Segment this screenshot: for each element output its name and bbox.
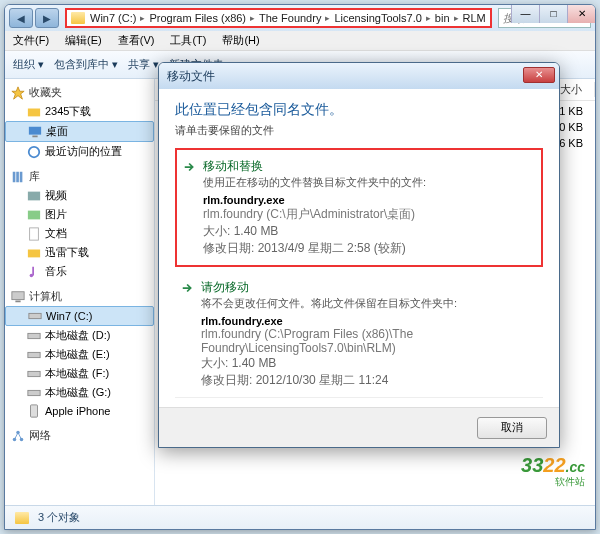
svg-rect-21: [31, 405, 38, 417]
sidebar-item-recent[interactable]: 最近访问的位置: [5, 142, 154, 161]
sidebar-item-video[interactable]: 视频: [5, 186, 154, 205]
dialog-titlebar[interactable]: 移动文件 ✕: [159, 63, 559, 89]
svg-rect-6: [16, 171, 19, 182]
svg-rect-5: [13, 171, 16, 182]
sidebar: 收藏夹 2345下载 桌面 最近访问的位置 库 视频 图片 文档 迅雷下载 音乐: [5, 79, 155, 505]
window-controls: — □ ✕: [511, 5, 595, 23]
svg-rect-13: [32, 266, 34, 275]
menu-edit[interactable]: 编辑(E): [57, 33, 110, 48]
status-text: 3 个对象: [38, 510, 80, 525]
titlebar: ◀ ▶ Win7 (C:)▸ Program Files (x86)▸ The …: [5, 5, 595, 31]
addr-seg-2[interactable]: The Foundry: [259, 12, 321, 24]
drive-icon: [28, 309, 42, 323]
svg-rect-7: [20, 171, 23, 182]
addr-seg-3[interactable]: LicensingTools7.0: [334, 12, 421, 24]
addr-seg-1[interactable]: Program Files (x86): [149, 12, 246, 24]
library-icon: [11, 170, 25, 184]
picture-icon: [27, 208, 41, 222]
option-move-replace[interactable]: 移动和替换 使用正在移动的文件替换目标文件夹中的文件: rlm.foundry.…: [175, 148, 543, 267]
sidebar-computer-head[interactable]: 计算机: [5, 287, 154, 306]
watermark-logo: 3322.cc: [521, 454, 585, 477]
sidebar-libs-label: 库: [29, 169, 40, 184]
drive-icon: [27, 348, 41, 362]
dialog-footer: 取消: [159, 407, 559, 447]
maximize-button[interactable]: □: [539, 5, 567, 23]
folder-icon: [71, 12, 85, 24]
watermark-sub: 软件站: [555, 475, 585, 489]
cancel-button[interactable]: 取消: [477, 417, 547, 439]
sidebar-item-drive-d[interactable]: 本地磁盘 (D:): [5, 326, 154, 345]
address-bar[interactable]: Win7 (C:)▸ Program Files (x86)▸ The Foun…: [65, 8, 492, 28]
sidebar-item-iphone[interactable]: Apple iPhone: [5, 402, 154, 420]
svg-rect-17: [28, 333, 40, 338]
dialog-body: 此位置已经包含同名文件。 请单击要保留的文件 移动和替换 使用正在移动的文件替换…: [159, 89, 559, 407]
svg-rect-19: [28, 371, 40, 376]
svg-rect-11: [28, 249, 40, 257]
menu-view[interactable]: 查看(V): [110, 33, 163, 48]
sidebar-network-head[interactable]: 网络: [5, 426, 154, 445]
video-icon: [27, 189, 41, 203]
tool-include[interactable]: 包含到库中 ▾: [54, 57, 118, 72]
sidebar-item-pictures[interactable]: 图片: [5, 205, 154, 224]
sidebar-computer-label: 计算机: [29, 289, 62, 304]
drive-icon: [27, 386, 41, 400]
folder-icon: [15, 512, 29, 524]
dialog-close-button[interactable]: ✕: [523, 67, 555, 83]
doc-icon: [27, 227, 41, 241]
svg-rect-3: [32, 135, 37, 137]
svg-rect-14: [12, 291, 24, 299]
sidebar-network-label: 网络: [29, 428, 51, 443]
dialog-title-text: 移动文件: [167, 68, 215, 85]
menu-help[interactable]: 帮助(H): [214, 33, 267, 48]
tool-share[interactable]: 共享 ▾: [128, 57, 159, 72]
nav-forward-button[interactable]: ▶: [35, 8, 59, 28]
sidebar-favorites-head[interactable]: 收藏夹: [5, 83, 154, 102]
sidebar-favorites-label: 收藏夹: [29, 85, 62, 100]
svg-rect-16: [29, 313, 41, 318]
sidebar-item-thunder[interactable]: 迅雷下载: [5, 243, 154, 262]
sidebar-libs-head[interactable]: 库: [5, 167, 154, 186]
move-file-dialog: 移动文件 ✕ 此位置已经包含同名文件。 请单击要保留的文件 移动和替换 使用正在…: [158, 62, 560, 448]
addr-seg-4[interactable]: bin: [435, 12, 450, 24]
network-icon: [11, 429, 25, 443]
music-icon: [27, 265, 41, 279]
sidebar-item-music[interactable]: 音乐: [5, 262, 154, 281]
dialog-heading: 此位置已经包含同名文件。: [175, 101, 543, 119]
arrow-icon: [181, 281, 195, 295]
svg-rect-10: [30, 227, 39, 239]
svg-rect-18: [28, 352, 40, 357]
option-dont-move[interactable]: 请勿移动 将不会更改任何文件。将此文件保留在目标文件夹中: rlm.foundr…: [175, 271, 543, 398]
close-button[interactable]: ✕: [567, 5, 595, 23]
drive-icon: [27, 329, 41, 343]
option-keep-both[interactable]: 移动，但保留这两个文件 会将正在移动的文件重命名为 "rlm.foundry (…: [175, 398, 543, 407]
sidebar-item-drive-e[interactable]: 本地磁盘 (E:): [5, 345, 154, 364]
sidebar-item-drive-f[interactable]: 本地磁盘 (F:): [5, 364, 154, 383]
phone-icon: [27, 404, 41, 418]
svg-rect-1: [28, 108, 40, 116]
drive-icon: [27, 367, 41, 381]
menubar: 文件(F) 编辑(E) 查看(V) 工具(T) 帮助(H): [5, 31, 595, 51]
sidebar-item-drive-g[interactable]: 本地磁盘 (G:): [5, 383, 154, 402]
computer-icon: [11, 290, 25, 304]
arrow-icon: [183, 160, 197, 174]
sidebar-item-desktop[interactable]: 桌面: [5, 121, 154, 142]
dialog-subheading: 请单击要保留的文件: [175, 123, 543, 138]
svg-rect-8: [28, 191, 40, 200]
menu-file[interactable]: 文件(F): [5, 33, 57, 48]
svg-rect-9: [28, 210, 40, 219]
recent-icon: [27, 145, 41, 159]
svg-line-25: [15, 432, 19, 439]
addr-seg-0[interactable]: Win7 (C:): [90, 12, 136, 24]
minimize-button[interactable]: —: [511, 5, 539, 23]
svg-rect-20: [28, 390, 40, 395]
menu-tools[interactable]: 工具(T): [162, 33, 214, 48]
sidebar-item-drive-c[interactable]: Win7 (C:): [5, 306, 154, 326]
sidebar-item-docs[interactable]: 文档: [5, 224, 154, 243]
desktop-icon: [28, 125, 42, 139]
svg-rect-15: [15, 300, 20, 302]
sidebar-item-2345[interactable]: 2345下载: [5, 102, 154, 121]
tool-organize[interactable]: 组织 ▾: [13, 57, 44, 72]
nav-back-button[interactable]: ◀: [9, 8, 33, 28]
svg-rect-2: [29, 126, 41, 134]
addr-seg-5[interactable]: RLM: [463, 12, 486, 24]
